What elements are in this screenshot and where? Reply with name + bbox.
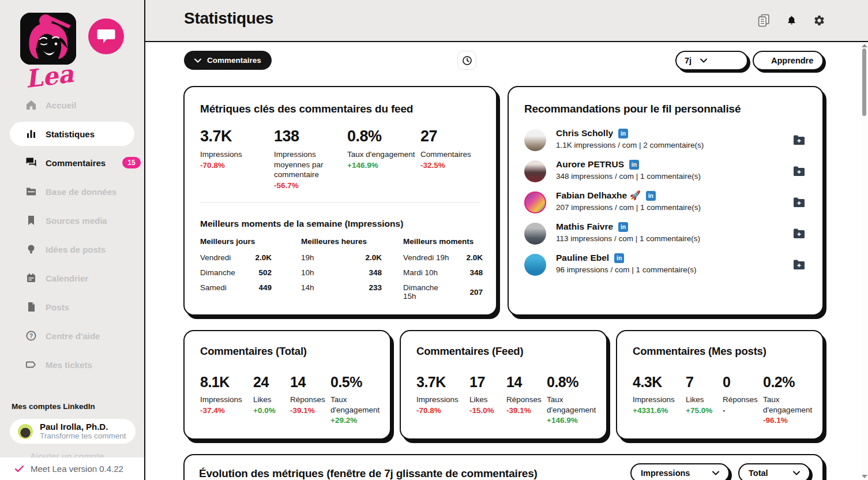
recommended-person-row: Fabian Delhaxhe 🚀 in 207 impressions / c… [509,187,822,219]
card-title: Recommandations pour le fil personnalisé [524,103,741,115]
metric-delta: +4331.6% [633,406,682,415]
metric-comments: 27 Commentaires -32.5% [420,127,490,170]
linkedin-icon[interactable]: in [629,160,639,170]
linkedin-icon[interactable]: in [614,253,624,263]
table-row: Vendredi2.0K [200,253,272,262]
bar-chart-icon [25,128,37,140]
row-label: 10h [301,268,314,277]
row-value: 2.0K [255,253,272,262]
scroll-down-arrow[interactable] [862,475,867,478]
linkedin-account-card[interactable]: Paul Irolla, Ph.D. Transforme tes commen… [10,419,136,444]
evolution-metric-label: Impressions [641,468,690,478]
sidebar: Lea Accueil Statistiques Commentaires 15 [0,0,145,480]
chevron-down-icon [793,471,800,475]
metric-delta: +75.0% [686,406,718,415]
metric-delta: -56.7% [274,181,343,190]
recommended-person-row: Mathis Faivre in 113 impressions / com |… [509,219,822,250]
person-name: Chris Scholly [556,128,613,138]
add-to-folder-icon[interactable] [793,197,805,208]
sidebar-item-accueil[interactable]: Accueil [0,91,144,119]
copy-report-icon[interactable] [756,13,771,28]
avatar [524,254,546,276]
period-dropdown[interactable]: 7j [675,51,748,70]
clock-icon [462,55,472,66]
sidebar-item-label: Calendrier [46,273,88,283]
person-info: Fabian Delhaxhe 🚀 in 207 impressions / c… [556,190,701,212]
sidebar-item-calendrier[interactable]: Calendrier [0,264,144,292]
recommended-person-row: Aurore PETRUS in 348 impressions / com |… [509,156,822,187]
sidebar-item-idees-de-posts[interactable]: Idées de posts [0,235,144,264]
metric-label: Likes [253,395,285,405]
metric-delta: -39.1% [290,406,328,415]
sidebar-item-label: Centre d'aide [46,331,100,341]
recommended-person-row: Pauline Ebel in 96 impressions / com | 1… [509,250,822,281]
bookmark-icon [25,215,37,226]
notifications-bell-icon[interactable] [784,13,799,28]
linkedin-icon[interactable]: in [618,222,628,232]
add-to-folder-icon[interactable] [793,135,805,145]
metric-label: Impressions [633,395,682,405]
metric-delta: +0.0% [253,406,285,415]
person-name: Mathis Faivre [556,222,613,232]
sidebar-item-label: Statistiques [46,129,95,139]
add-to-folder-icon[interactable] [793,166,805,177]
row-label: Samedi [200,283,227,292]
metric-value: 3.7K [416,374,466,391]
evolution-scope-dropdown[interactable]: Total [738,463,810,480]
lea-logo [20,13,76,65]
sidebar-item-label: Mes tickets [46,360,92,370]
chevron-down-icon [712,471,719,475]
metric-delta: -15.0% [469,406,502,415]
settings-gear-icon[interactable] [811,13,826,28]
chat-bubble-badge [88,18,124,54]
metric-value: 4.3K [633,374,682,391]
learn-label: Apprendre [771,56,813,65]
add-to-folder-icon[interactable] [793,260,805,270]
sidebar-item-label: Commentaires [46,158,106,168]
linkedin-icon[interactable]: in [618,129,628,138]
person-name: Pauline Ebel [556,253,609,263]
add-to-folder-icon[interactable] [793,228,805,239]
sidebar-item-centre-aide[interactable]: ? Centre d'aide [0,321,144,350]
sidebar-item-label: Base de données [46,187,117,197]
evolution-metric-dropdown[interactable]: Impressions [630,463,730,480]
metric-label: Taux d'engagement [347,149,416,160]
person-name: Aurore PETRUS [556,159,624,170]
metric-delta: -70.8% [200,161,269,170]
metric-engagement: 0.8% Taux d'engagement +146.9% [347,127,416,170]
person-stats: 96 impressions / com | 1 commentaire(s) [556,265,697,274]
metric-value: 27 [420,127,490,145]
row-label: 14h [301,283,314,292]
metric-replies: 14 Réponses -39.1% [290,374,328,415]
row-value: 449 [258,283,272,292]
avatar [524,129,546,151]
chat-bubble-icon [97,28,115,44]
table-row: 19h2.0K [301,253,382,262]
history-clock-button[interactable] [457,51,476,70]
metric-engagement: 0.8% Taux d'engagement +146.9% [547,374,600,425]
sidebar-item-base-de-donnees[interactable]: Base de données [0,177,144,206]
sidebar-item-commentaires[interactable]: Commentaires 15 [0,148,144,177]
sidebar-item-mes-tickets[interactable]: Mes tickets [0,350,144,379]
metric-delta: -37.4% [200,406,250,415]
scrollbar [861,42,868,480]
scrollbar-thumb[interactable] [862,48,866,116]
sidebar-item-sources-media[interactable]: Sources media [0,206,144,235]
header-actions [756,13,826,28]
sidebar-item-posts[interactable]: Posts [0,292,144,321]
scroll-up-arrow[interactable] [862,44,867,47]
learn-button[interactable]: Apprendre [753,51,824,70]
metric-delta: -70.8% [416,406,466,415]
metric-engagement: 0.5% Taux d'engagement +29.2% [330,374,384,425]
card-title: Commentaires (Mes posts) [633,345,766,358]
metric-label: Taux d'engagement [330,395,384,415]
metric-avg-impressions: 138 Impressions moyennes par commentaire… [274,127,343,190]
linkedin-icon[interactable]: in [646,191,656,201]
feed-metrics-card: Métriques clés des commentaires du feed … [183,86,497,316]
comment-type-dropdown[interactable]: Commentaires [184,51,272,70]
metric-value: 0.2% [763,374,816,391]
card-title: Métriques clés des commentaires du feed [200,103,413,115]
sidebar-item-statistiques[interactable]: Statistiques [10,122,134,146]
top-header: Statistiques [145,0,868,42]
metric-label: Likes [469,395,502,405]
